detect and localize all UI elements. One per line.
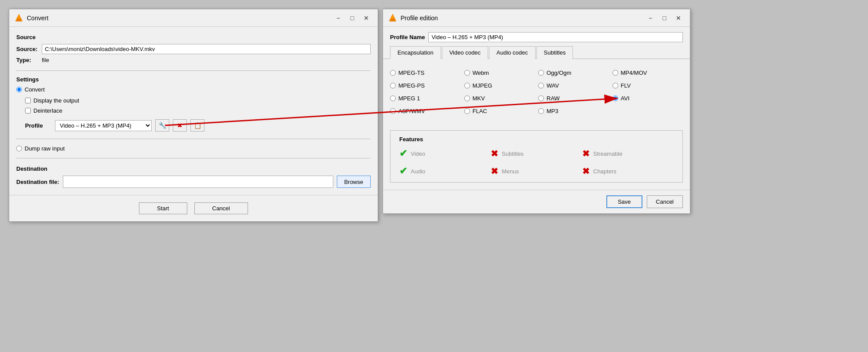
profile-title-bar: Profile edition − □ ✕ [383,9,690,27]
profile-select[interactable]: Video – H.265 + MP3 (MP4) [55,120,152,131]
features-box: Features ✔ Video ✖ Subtitles ✖ Streamabl… [390,130,683,183]
label-mkv: MKV [473,95,485,102]
save-button[interactable]: Save [606,195,642,208]
dump-label: Dump raw input [25,145,65,152]
deinterlace-checkbox[interactable] [25,108,31,114]
feature-menus: ✖ Menus [491,165,582,177]
chapters-check-icon: ✖ [582,166,590,176]
video-check-icon: ✔ [399,148,407,159]
svg-rect-6 [390,19,395,20]
radio-mjpeg[interactable] [464,83,470,88]
radio-flv[interactable] [613,83,618,88]
label-ogg: Ogg/Ogm [547,70,571,76]
feature-chapters-label: Chapters [593,168,616,175]
feature-video-label: Video [411,150,425,157]
source-input[interactable] [42,44,371,54]
radio-raw[interactable] [538,95,544,101]
close-button[interactable]: ✕ [360,13,372,23]
profile-vlc-icon [388,14,397,22]
feature-subtitles-label: Subtitles [502,150,524,157]
label-mp4mov: MP4/MOV [621,70,647,76]
label-mpeg-ps: MPEG-PS [398,82,425,89]
option-mjpeg: MJPEG [464,82,535,89]
profile-maximize-button[interactable]: □ [658,13,671,23]
profile-label: Profile [25,122,51,129]
radio-mkv[interactable] [464,95,470,101]
label-flv: FLV [621,82,631,89]
label-mp3: MP3 [547,108,558,114]
start-button[interactable]: Start [139,202,187,214]
deinterlace-label: Deinterlace [33,107,62,114]
source-label: Source: [16,46,38,52]
option-mpeg1: MPEG 1 [390,95,461,102]
dest-file-input[interactable] [63,176,333,188]
radio-mp4mov[interactable] [613,70,618,76]
streamable-check-icon: ✖ [582,148,590,159]
profile-edition-window: Profile edition − □ ✕ Profile Name Encap… [383,9,690,214]
source-section-label: Source [16,34,371,40]
tab-audio-codec[interactable]: Audio codec [489,46,536,59]
radio-flac[interactable] [464,108,470,114]
delete-profile-button[interactable]: ✖ [173,119,187,132]
tab-subtitles[interactable]: Subtitles [536,46,573,59]
cancel-button[interactable]: Cancel [194,202,248,214]
encapsulation-tabs: Encapsulation Video codec Audio codec Su… [383,46,690,59]
feature-audio: ✔ Audio [399,165,491,177]
tab-video-codec[interactable]: Video codec [442,46,488,59]
radio-avi[interactable] [613,95,618,101]
radio-mpeg1[interactable] [390,95,396,101]
settings-section: Settings Convert Display the output Dein… [16,76,371,132]
radio-mpeg-ts[interactable] [390,70,396,76]
convert-radio-label: Convert [25,86,45,93]
radio-wav[interactable] [538,83,544,88]
encapsulation-options: MPEG-TS Webm Ogg/Ogm MP4/MOV MPEG-P [390,66,683,118]
dump-radio[interactable] [16,146,22,151]
option-ogg: Ogg/Ogm [538,70,609,76]
destination-label: Destination [16,165,371,172]
feature-menus-label: Menus [502,168,519,175]
radio-asfwmv[interactable] [390,108,396,114]
option-raw: RAW [538,95,609,102]
profile-name-input[interactable] [428,32,683,42]
tab-encapsulation[interactable]: Encapsulation [390,46,441,59]
maximize-button[interactable]: □ [346,13,358,23]
profile-title: Profile edition [401,15,438,22]
option-mp4mov: MP4/MOV [613,70,683,76]
feature-audio-label: Audio [411,168,425,175]
type-value: file [42,57,49,63]
svg-rect-2 [17,19,21,20]
settings-section-label: Settings [16,76,371,83]
label-webm: Webm [473,70,489,76]
option-flac: FLAC [464,108,535,114]
svg-rect-1 [17,18,21,19]
convert-radio[interactable] [16,87,22,92]
radio-mpeg-ps[interactable] [390,83,396,88]
edit-profile-button[interactable]: 🔧 [155,119,169,132]
label-avi: AVI [621,95,630,102]
new-profile-button[interactable]: 📋 [190,119,204,132]
features-title: Features [399,136,674,143]
option-mpeg-ts: MPEG-TS [390,70,461,76]
profile-bottom-buttons: Save Cancel [383,190,690,213]
label-raw: RAW [547,95,560,102]
minimize-button[interactable]: − [332,13,344,23]
dump-section: Dump raw input [16,145,371,152]
label-mpeg-ts: MPEG-TS [398,70,424,76]
profile-close-button[interactable]: ✕ [672,13,685,23]
features-grid: ✔ Video ✖ Subtitles ✖ Streamable ✔ Audio… [399,148,674,177]
audio-check-icon: ✔ [399,165,407,177]
convert-window: Convert − □ ✕ Source Source: Type: file [9,9,378,222]
profile-cancel-button[interactable]: Cancel [647,195,683,208]
display-output-checkbox[interactable] [25,98,31,103]
browse-button[interactable]: Browse [337,176,371,188]
radio-ogg[interactable] [538,70,544,76]
radio-webm[interactable] [464,70,470,76]
convert-title-bar: Convert − □ ✕ [9,9,378,27]
display-output-label: Display the output [33,97,79,104]
radio-mp3[interactable] [538,108,544,114]
subtitles-check-icon: ✖ [491,148,498,159]
svg-rect-3 [16,20,22,21]
profile-minimize-button[interactable]: − [644,13,656,23]
svg-rect-5 [391,18,394,19]
vlc-icon [15,14,23,22]
